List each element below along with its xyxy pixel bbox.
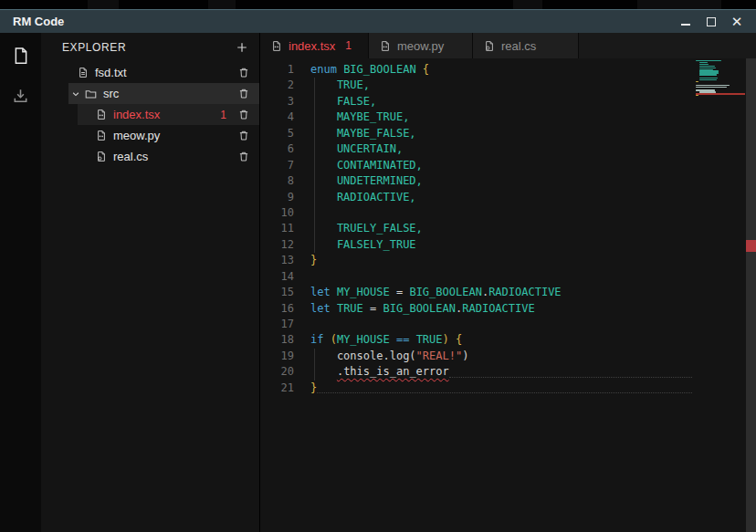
code-line[interactable]: 6 UNCERTAIN, <box>260 141 756 157</box>
minimap-bar <box>699 79 717 80</box>
code-line[interactable]: 9 RADIOACTIVE, <box>260 190 756 205</box>
trash-icon[interactable] <box>238 151 249 162</box>
minimize-button[interactable] <box>679 16 692 28</box>
app-window: RM Code ✕ EXPLORER fsd.txtsrcindex.tsx1m… <box>0 0 756 532</box>
tree-item-real.cs[interactable]: real.cs <box>41 146 259 167</box>
file-name: real.cs <box>113 150 148 163</box>
code-line[interactable]: 11 TRUELY_FALSE, <box>260 221 756 236</box>
file-name: index.tsx <box>113 108 160 121</box>
window-controls: ✕ <box>679 16 743 28</box>
indent-guide <box>314 173 315 189</box>
code-line[interactable]: 19 console.log("REAL!") <box>260 349 756 364</box>
tab-bar: index.tsx1meow.pyreal.cs <box>260 33 756 58</box>
explorer-header: EXPLORER <box>41 33 259 62</box>
code-file-icon <box>96 130 107 141</box>
new-file-button[interactable] <box>236 41 248 54</box>
tree-item-src[interactable]: src <box>68 83 259 104</box>
line-number: 4 <box>260 110 294 125</box>
line-number: 6 <box>260 141 294 157</box>
code-line[interactable]: 17 <box>260 317 756 332</box>
code-line[interactable]: 13} <box>260 253 756 268</box>
maximize-button[interactable] <box>705 16 718 28</box>
trash-icon[interactable] <box>238 88 249 99</box>
code-text: FALSELY_TRUE <box>310 237 692 253</box>
error-count-badge: 1 <box>220 109 226 121</box>
code-text: console.log("REAL!") <box>310 349 692 364</box>
indent-guide <box>314 158 315 173</box>
tree-item-fsd.txt[interactable]: fsd.txt <box>41 62 259 83</box>
line-number: 17 <box>260 317 294 332</box>
indent-guide <box>314 205 315 221</box>
code-line[interactable]: 14 <box>260 269 756 285</box>
chevron-down-icon <box>71 89 80 99</box>
code-line[interactable]: 7 CONTAMINATED, <box>260 158 756 173</box>
minimize-icon <box>681 24 690 26</box>
minimap[interactable] <box>696 60 736 102</box>
code-line[interactable]: 15let MY_HOUSE = BIG_BOOLEAN.RADIOACTIVE <box>260 285 756 300</box>
code-text: } <box>310 253 692 268</box>
indent-guide <box>314 126 315 141</box>
tab-label: index.tsx <box>289 39 335 53</box>
top-strip <box>0 0 756 9</box>
editor-content[interactable]: 1enum BIG_BOOLEAN {2 TRUE,3 FALSE,4 MAYB… <box>260 58 756 532</box>
line-number: 3 <box>260 94 294 110</box>
minimap-error-line <box>696 93 745 95</box>
line-number: 7 <box>260 158 294 173</box>
code-line[interactable]: 2 TRUE, <box>260 78 756 93</box>
code-text: let MY_HOUSE = BIG_BOOLEAN.RADIOACTIVE <box>310 285 692 300</box>
editor-area: index.tsx1meow.pyreal.cs 1enum BIG_BOOLE… <box>260 33 756 532</box>
folder-icon <box>85 88 97 99</box>
line-number: 11 <box>260 221 294 236</box>
window-title: RM Code <box>13 15 64 28</box>
code-lines: 1enum BIG_BOOLEAN {2 TRUE,3 FALSE,4 MAYB… <box>260 62 756 396</box>
new-file-icon[interactable] <box>12 46 30 69</box>
tree-item-index.tsx[interactable]: index.tsx1 <box>78 104 259 125</box>
trash-icon[interactable] <box>238 130 249 141</box>
code-line[interactable]: 3 FALSE, <box>260 94 756 110</box>
close-button[interactable]: ✕ <box>730 16 743 28</box>
code-file-icon <box>271 40 282 52</box>
code-line[interactable]: 4 MAYBE_TRUE, <box>260 110 756 125</box>
code-text: RADIOACTIVE, <box>310 190 692 205</box>
trash-icon[interactable] <box>238 109 249 120</box>
minimap-bar <box>696 87 727 88</box>
code-text: TRUELY_FALSE, <box>310 221 692 236</box>
file-name: src <box>103 87 119 100</box>
tab-index.tsx[interactable]: index.tsx1 <box>260 33 369 58</box>
code-line[interactable]: 20 .this_is_an_error <box>260 364 756 380</box>
line-number: 2 <box>260 78 294 93</box>
code-line[interactable]: 12 FALSELY_TRUE <box>260 237 756 253</box>
code-text: UNDETERMINED, <box>310 173 692 189</box>
tab-real.cs[interactable]: real.cs <box>473 33 579 58</box>
tree-item-meow.py[interactable]: meow.py <box>41 125 259 146</box>
code-file-icon <box>380 40 391 52</box>
trash-icon[interactable] <box>238 67 249 78</box>
maximize-icon <box>707 17 716 26</box>
file-name: meow.py <box>113 129 160 142</box>
indent-guide <box>314 349 315 364</box>
code-line[interactable]: 10 <box>260 205 756 221</box>
code-text <box>310 205 692 221</box>
code-text: CONTAMINATED, <box>310 158 692 173</box>
code-line[interactable]: 5 MAYBE_FALSE, <box>260 126 756 141</box>
tab-error-badge: 1 <box>345 39 352 52</box>
indent-guide <box>314 94 315 110</box>
code-text: UNCERTAIN, <box>310 141 692 157</box>
minimap-bar <box>699 66 715 67</box>
code-line[interactable]: 1enum BIG_BOOLEAN { <box>260 62 756 78</box>
download-icon[interactable] <box>12 88 29 108</box>
code-line[interactable]: 8 UNDETERMINED, <box>260 173 756 189</box>
code-line[interactable]: 18if (MY_HOUSE == TRUE) { <box>260 332 756 348</box>
code-line[interactable]: 21} <box>260 381 756 396</box>
sidebar: EXPLORER fsd.txtsrcindex.tsx1meow.pyreal… <box>41 33 260 532</box>
line-decoration <box>317 381 692 393</box>
title-bar: RM Code ✕ <box>0 9 756 33</box>
code-text: TRUE, <box>310 78 692 93</box>
code-text <box>310 317 692 332</box>
text-file-icon <box>78 67 89 78</box>
indent-guide <box>314 190 315 205</box>
file-name: fsd.txt <box>95 66 127 79</box>
tab-meow.py[interactable]: meow.py <box>369 33 473 58</box>
code-line[interactable]: 16let TRUE = BIG_BOOLEAN.RADIOACTIVE <box>260 301 756 317</box>
scrollbar[interactable] <box>746 58 756 532</box>
